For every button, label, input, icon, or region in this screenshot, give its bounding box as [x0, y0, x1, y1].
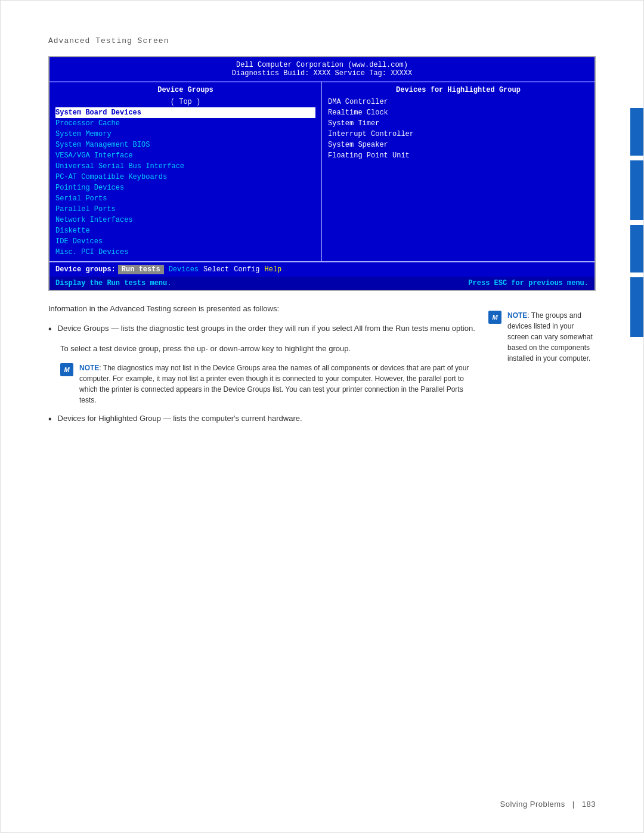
note-icon-side: M — [488, 311, 501, 324]
top-item: ( Top ) — [55, 97, 315, 107]
left-item-9[interactable]: Network Interfaces — [55, 215, 315, 225]
right-item-2: System Timer — [328, 118, 589, 129]
bullet-text-2: Devices for Highlighted Group — lists th… — [58, 413, 302, 425]
status-left: Display the Run tests menu. — [55, 279, 171, 287]
note-icon-main: M — [60, 363, 73, 376]
main-note-label: NOTE — [79, 364, 99, 372]
left-item-11[interactable]: IDE Devices — [55, 236, 315, 247]
intro-layout: Information in the Advanced Testing scre… — [48, 303, 596, 433]
right-col-header: Devices for Highlighted Group — [328, 86, 589, 94]
bullet-dot-2: • — [48, 413, 52, 426]
footer-config[interactable]: Config — [234, 265, 259, 274]
bios-screen: Dell Computer Corporation (www.dell.com)… — [48, 56, 596, 291]
right-item-1: Realtime Clock — [328, 107, 589, 118]
bullet-dot-1: • — [48, 323, 52, 336]
right-item-0: DMA Controller — [328, 97, 589, 107]
footer-divider: | — [572, 800, 575, 809]
status-right: Press ESC for previous menu. — [468, 279, 589, 287]
bullet-item-2: • Devices for Highlighted Group — lists … — [48, 413, 476, 426]
footer-label: Device groups: — [55, 265, 116, 274]
side-tabs — [630, 108, 643, 337]
left-item-12[interactable]: Misc. PCI Devices — [55, 247, 315, 258]
side-tab-1[interactable] — [630, 108, 643, 156]
bios-header: Dell Computer Corporation (www.dell.com)… — [49, 57, 595, 82]
page-container: Advanced Testing Screen Dell Computer Co… — [0, 0, 644, 833]
footer-devices[interactable]: Devices — [169, 265, 199, 274]
left-item-10[interactable]: Diskette — [55, 225, 315, 236]
right-item-3: Interrupt Controller — [328, 129, 589, 140]
page-title: Advanced Testing Screen — [48, 36, 596, 45]
side-tab-2[interactable] — [630, 160, 643, 220]
main-note-text: NOTE: The diagnostics may not list in th… — [79, 363, 476, 405]
footer-help[interactable]: Help — [265, 265, 282, 274]
bios-columns: Device Groups ( Top ) System Board Devic… — [49, 82, 595, 262]
left-item-8[interactable]: Parallel Ports — [55, 204, 315, 215]
side-tab-3[interactable] — [630, 225, 643, 272]
left-item-4[interactable]: Universal Serial Bus Interface — [55, 161, 315, 172]
left-item-2[interactable]: System Management BIOS — [55, 140, 315, 150]
bios-status-bar: Display the Run tests menu. Press ESC fo… — [49, 277, 595, 290]
bios-col-left: Device Groups ( Top ) System Board Devic… — [49, 82, 322, 261]
left-item-1[interactable]: System Memory — [55, 129, 315, 140]
selected-item[interactable]: System Board Devices — [55, 107, 315, 118]
bios-footer: Device groups: Run tests Devices Select … — [49, 262, 595, 277]
indent-block: To select a test device group, press the… — [60, 343, 476, 355]
right-item-5: Floating Point Unit — [328, 150, 589, 161]
bios-col-right: Devices for Highlighted Group DMA Contro… — [322, 82, 595, 261]
intro-text: Information in the Advanced Testing scre… — [48, 303, 476, 315]
side-note-label: NOTE — [507, 311, 527, 320]
left-item-5[interactable]: PC-AT Compatible Keyboards — [55, 172, 315, 182]
side-note-text: NOTE: The groups and devices listed in y… — [507, 310, 596, 364]
footer-page-number: 183 — [582, 800, 596, 809]
page-footer: Solving Problems | 183 — [500, 800, 596, 809]
bios-header-line1: Dell Computer Corporation (www.dell.com) — [55, 61, 589, 69]
left-item-7[interactable]: Serial Ports — [55, 193, 315, 204]
bios-header-line2: Diagnostics Build: XXXX Service Tag: XXX… — [55, 69, 589, 78]
side-tab-4[interactable] — [630, 277, 643, 337]
footer-select[interactable]: Select — [203, 265, 229, 274]
left-col-header: Device Groups — [55, 86, 315, 94]
left-item-3[interactable]: VESA/VGA Interface — [55, 150, 315, 161]
side-note-inner: M NOTE: The groups and devices listed in… — [488, 310, 596, 364]
indent-text: To select a test device group, press the… — [60, 343, 476, 355]
left-item-6[interactable]: Pointing Devices — [55, 182, 315, 193]
run-tests-button[interactable]: Run tests — [118, 265, 164, 274]
bullet-item-1: • Device Groups — lists the diagnostic t… — [48, 323, 476, 336]
intro-main: Information in the Advanced Testing scre… — [48, 303, 476, 433]
content-section: Information in the Advanced Testing scre… — [48, 303, 596, 433]
bullet-text-1: Device Groups — lists the diagnostic tes… — [58, 323, 475, 335]
left-item-0[interactable]: Processor Cache — [55, 118, 315, 129]
side-note-block: M NOTE: The groups and devices listed in… — [488, 303, 596, 433]
footer-section: Solving Problems — [500, 800, 565, 809]
right-item-4: System Speaker — [328, 140, 589, 150]
main-note-block: M NOTE: The diagnostics may not list in … — [60, 363, 476, 405]
